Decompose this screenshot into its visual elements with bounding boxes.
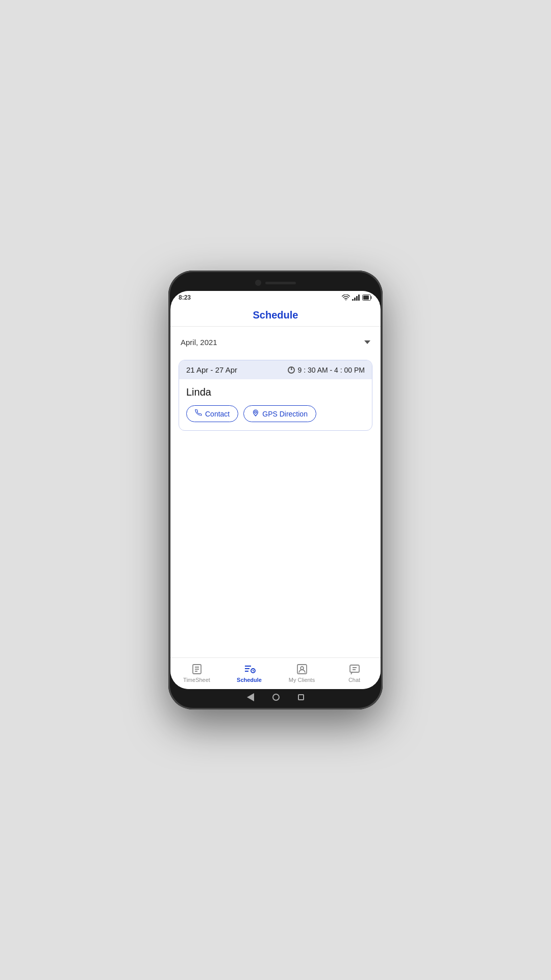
status-bar: 8:23 [170, 291, 381, 303]
schedule-label: Schedule [237, 677, 262, 683]
time-range: 9 : 30 AM - 4 : 00 PM [297, 366, 365, 374]
card-header: 21 Apr - 27 Apr 9 : 30 AM - 4 : 00 PM [179, 360, 372, 379]
location-pin-icon [252, 409, 259, 418]
card-time: 9 : 30 AM - 4 : 00 PM [288, 366, 365, 374]
wifi-icon [342, 295, 350, 301]
nav-item-my-clients[interactable]: My Clients [276, 661, 328, 685]
my-clients-label: My Clients [289, 677, 315, 683]
chevron-down-icon [364, 340, 370, 344]
status-time: 8:23 [179, 294, 191, 301]
month-label: April, 2021 [181, 338, 217, 347]
screen: 8:23 [170, 291, 381, 689]
camera-area [168, 275, 383, 291]
schedule-card: 21 Apr - 27 Apr 9 : 30 AM - 4 : 00 PM Li… [179, 360, 372, 431]
page-title: Schedule [179, 309, 372, 321]
nav-item-schedule[interactable]: Schedule [223, 661, 276, 685]
svg-rect-3 [358, 295, 360, 301]
main-content: April, 2021 21 Apr - 27 Apr 9 : 30 AM - … [170, 327, 381, 657]
recents-button[interactable] [298, 694, 304, 700]
card-actions: Contact GPS Direction [186, 405, 365, 422]
app-header: Schedule [170, 303, 381, 327]
schedule-icon [243, 663, 256, 675]
contact-label: Contact [205, 410, 230, 418]
back-button[interactable] [247, 693, 254, 701]
client-name: Linda [186, 386, 365, 398]
camera-icon [255, 280, 261, 286]
nav-item-chat[interactable]: Chat [328, 661, 381, 685]
svg-rect-19 [350, 665, 359, 672]
home-button[interactable] [272, 694, 280, 701]
svg-rect-2 [356, 296, 358, 301]
speaker-icon [265, 282, 296, 284]
gps-direction-button[interactable]: GPS Direction [243, 405, 316, 422]
bottom-nav: TimeSheet Schedule [170, 657, 381, 689]
status-icons [342, 295, 372, 301]
phone-icon [195, 409, 202, 418]
svg-point-18 [300, 667, 304, 670]
nav-item-timesheet[interactable]: TimeSheet [170, 661, 223, 685]
timesheet-icon [191, 663, 203, 675]
signal-icon [352, 295, 360, 301]
svg-rect-5 [363, 296, 369, 300]
my-clients-icon [296, 663, 308, 675]
svg-rect-1 [354, 298, 356, 301]
date-range: 21 Apr - 27 Apr [186, 365, 237, 374]
chat-label: Chat [348, 677, 360, 683]
gps-label: GPS Direction [262, 410, 308, 418]
contact-button[interactable]: Contact [186, 405, 238, 422]
svg-rect-0 [352, 299, 354, 301]
card-body: Linda Contact [179, 379, 372, 430]
phone-shell: 8:23 [168, 271, 383, 709]
chat-icon [348, 663, 361, 675]
battery-icon [362, 295, 372, 301]
phone-nav-bar [168, 689, 383, 705]
clock-icon [288, 366, 295, 374]
timesheet-label: TimeSheet [183, 677, 210, 683]
month-selector[interactable]: April, 2021 [179, 333, 372, 352]
